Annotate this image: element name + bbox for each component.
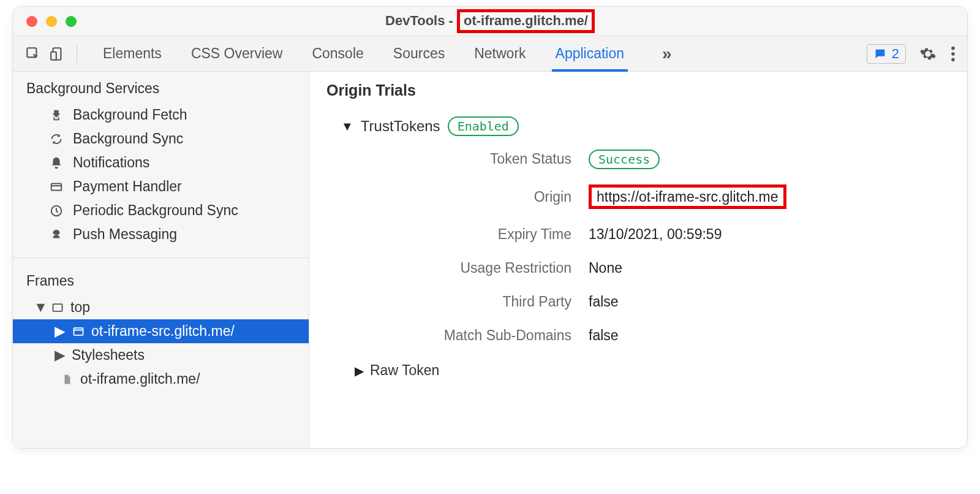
token-status-badge: Success xyxy=(589,150,660,169)
match-sub-value: false xyxy=(589,327,950,344)
origin-value-wrap: https://ot-iframe-src.glitch.me xyxy=(589,184,950,209)
more-options-icon[interactable] xyxy=(950,45,956,63)
svg-point-3 xyxy=(951,46,955,50)
issues-button[interactable]: 2 xyxy=(867,44,906,64)
tabs-bar: Elements CSS Overview Console Sources Ne… xyxy=(13,36,967,72)
frame-label: ot-iframe-src.glitch.me/ xyxy=(91,323,235,340)
raw-token-row[interactable]: ▶ Raw Token xyxy=(355,362,950,379)
trial-status-badge: Enabled xyxy=(448,116,519,136)
frame-label: ot-iframe.glitch.me/ xyxy=(80,371,200,387)
tab-elements[interactable]: Elements xyxy=(103,37,162,70)
sidebar-item-label: Push Messaging xyxy=(73,226,177,243)
toolbar-left-icons xyxy=(24,45,67,63)
svg-point-4 xyxy=(951,52,955,56)
tab-console[interactable]: Console xyxy=(312,37,363,70)
origin-value: https://ot-iframe-src.glitch.me xyxy=(589,184,786,209)
frame-tree-top[interactable]: ▼ top xyxy=(13,295,309,319)
trial-row[interactable]: ▼ TrustTokens Enabled xyxy=(341,116,950,136)
sidebar-item-payment-handler[interactable]: Payment Handler xyxy=(13,175,309,199)
toolbar-right: 2 xyxy=(867,44,956,64)
sidebar-item-push-messaging[interactable]: Push Messaging xyxy=(13,222,309,246)
trial-name: TrustTokens xyxy=(361,118,440,135)
expiry-value: 13/10/2021, 00:59:59 xyxy=(589,226,950,243)
issues-count: 2 xyxy=(892,46,899,62)
sidebar-item-label: Background Fetch xyxy=(73,107,187,123)
payment-handler-icon xyxy=(48,180,64,194)
svg-rect-9 xyxy=(53,304,62,311)
svg-rect-2 xyxy=(51,51,56,59)
sidebar-item-label: Payment Handler xyxy=(73,178,182,195)
tabs: Elements CSS Overview Console Sources Ne… xyxy=(103,37,862,70)
token-status-value: Success xyxy=(589,151,950,167)
usage-label: Usage Restriction xyxy=(363,260,571,276)
origin-label: Origin xyxy=(363,189,571,205)
svg-rect-6 xyxy=(51,183,62,190)
frame-label: Stylesheets xyxy=(72,347,145,363)
frame-label: top xyxy=(70,299,90,316)
token-status-label: Token Status xyxy=(363,151,571,167)
panel-heading: Origin Trials xyxy=(326,82,950,99)
periodic-sync-icon xyxy=(48,204,64,218)
traffic-lights xyxy=(13,16,77,27)
sidebar: Background Services Background Fetch Bac… xyxy=(13,72,309,448)
sidebar-item-notifications[interactable]: Notifications xyxy=(13,151,309,175)
main-panel: Origin Trials ▼ TrustTokens Enabled Toke… xyxy=(309,72,967,448)
sidebar-item-label: Background Sync xyxy=(73,131,183,147)
sidebar-item-background-fetch[interactable]: Background Fetch xyxy=(13,103,309,127)
close-window-button[interactable] xyxy=(26,16,37,27)
third-party-label: Third Party xyxy=(363,294,571,310)
frame-tree-iframe[interactable]: ▶ ot-iframe-src.glitch.me/ xyxy=(13,319,309,343)
notifications-icon xyxy=(48,156,64,170)
background-sync-icon xyxy=(48,132,64,146)
frame-icon xyxy=(51,302,64,314)
tabs-overflow-button[interactable]: » xyxy=(654,44,680,64)
sidebar-item-background-sync[interactable]: Background Sync xyxy=(13,127,309,151)
sidebar-item-label: Periodic Background Sync xyxy=(73,202,238,219)
content-area: Background Services Background Fetch Bac… xyxy=(13,72,967,448)
sidebar-item-periodic-sync[interactable]: Periodic Background Sync xyxy=(13,199,309,222)
svg-rect-10 xyxy=(74,328,83,335)
third-party-value: false xyxy=(589,294,950,310)
trial-details-grid: Token Status Success Origin https://ot-i… xyxy=(363,151,950,344)
chevron-right-icon: ▶ xyxy=(55,347,66,363)
file-icon xyxy=(61,373,74,386)
sidebar-section-title: Background Services xyxy=(13,72,309,103)
expiry-label: Expiry Time xyxy=(363,226,571,243)
separator xyxy=(77,45,77,63)
tab-network[interactable]: Network xyxy=(474,37,526,70)
frame-tree-leaf[interactable]: ot-iframe.glitch.me/ xyxy=(13,367,309,391)
tab-css-overview[interactable]: CSS Overview xyxy=(191,37,283,70)
frame-tree-stylesheets[interactable]: ▶ Stylesheets xyxy=(13,343,309,367)
window-title-prefix: DevTools - xyxy=(385,13,457,28)
match-sub-label: Match Sub-Domains xyxy=(363,327,571,344)
window-title-url: ot-iframe.glitch.me/ xyxy=(457,9,595,32)
tab-application[interactable]: Application xyxy=(556,37,625,70)
iframe-icon xyxy=(72,325,85,338)
sidebar-list: Background Fetch Background Sync Notific… xyxy=(13,103,309,255)
chevron-right-icon: ▶ xyxy=(355,363,364,378)
tab-sources[interactable]: Sources xyxy=(393,37,445,70)
usage-value: None xyxy=(589,260,950,276)
frames-section: Frames ▼ top ▶ ot-iframe-src.glitch.me/ xyxy=(13,258,309,391)
settings-icon[interactable] xyxy=(919,45,937,63)
minimize-window-button[interactable] xyxy=(46,16,57,27)
chevron-down-icon: ▼ xyxy=(341,120,353,134)
titlebar: DevTools - ot-iframe.glitch.me/ xyxy=(13,7,967,36)
push-messaging-icon xyxy=(48,228,64,241)
frames-section-title: Frames xyxy=(13,267,309,295)
chevron-down-icon: ▼ xyxy=(34,299,45,316)
inspect-element-icon[interactable] xyxy=(24,45,42,63)
raw-token-label: Raw Token xyxy=(370,362,439,379)
background-fetch-icon xyxy=(48,108,64,122)
maximize-window-button[interactable] xyxy=(66,16,77,27)
svg-point-5 xyxy=(951,58,955,61)
issues-icon xyxy=(873,47,887,61)
chevron-right-icon: ▶ xyxy=(55,323,66,340)
device-toolbar-icon[interactable] xyxy=(48,45,67,63)
sidebar-item-label: Notifications xyxy=(73,154,149,171)
devtools-window: DevTools - ot-iframe.glitch.me/ Elements… xyxy=(12,6,968,449)
window-title: DevTools - ot-iframe.glitch.me/ xyxy=(13,9,967,32)
